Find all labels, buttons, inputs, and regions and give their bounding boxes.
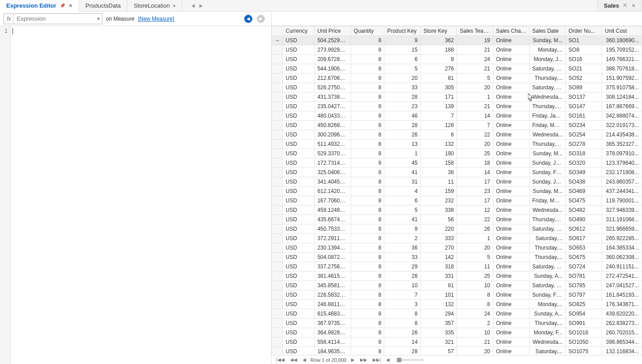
table-row[interactable]: USD235.042736...82313921OnlineThursday, … <box>272 102 642 111</box>
column-header[interactable]: Unit Cost <box>602 26 642 36</box>
cell-sales_date[interactable]: Saturday, F... <box>529 262 566 272</box>
cell-sales_date[interactable]: Thursday,... <box>529 74 566 83</box>
table-row[interactable]: USD558.411482...81432121OnlineWednesda..… <box>272 338 642 347</box>
cell-sales_team[interactable]: 2 <box>457 319 493 328</box>
cell-product_key[interactable]: 6 <box>384 196 421 206</box>
nav-prev-icon[interactable]: ◀ <box>302 357 307 362</box>
cell-product_key[interactable]: 13 <box>384 140 421 149</box>
cell-unit_price[interactable]: 345.858138... <box>314 281 351 290</box>
cell-sales_team[interactable]: 21 <box>457 45 493 55</box>
cell-quantity[interactable]: 8 <box>351 290 384 300</box>
cell-unit_cost[interactable]: 439.620220... <box>602 309 642 319</box>
cell-unit_price[interactable]: 300.209613... <box>314 130 351 140</box>
cell-unit_cost[interactable]: 195.709152... <box>602 45 642 55</box>
cell-order_no[interactable]: SO1016 <box>566 328 602 338</box>
cell-order_no[interactable]: SO349 <box>566 168 602 177</box>
row-marker[interactable] <box>272 74 283 83</box>
table-row[interactable]: USD325.040672...8413614OnlineSunday, Fe.… <box>272 168 642 177</box>
cell-sales_team[interactable]: 24 <box>457 309 493 319</box>
cell-product_key[interactable]: 36 <box>384 243 421 253</box>
table-row[interactable]: USD526.275062...83330520OnlineSaturday, … <box>272 83 642 92</box>
cell-quantity[interactable]: 8 <box>351 262 384 272</box>
cell-store_key[interactable]: 220 <box>421 224 457 234</box>
cell-product_key[interactable]: 9 <box>384 36 421 45</box>
cell-quantity[interactable]: 8 <box>351 158 384 168</box>
cell-unit_cost[interactable]: 214.435438... <box>602 130 642 140</box>
cell-unit_cost[interactable]: 360.062308... <box>602 253 642 262</box>
cell-store_key[interactable]: 171 <box>421 92 457 102</box>
cell-unit_cost[interactable]: 327.946339... <box>602 206 642 215</box>
column-header[interactable]: Sales Date <box>529 26 566 36</box>
cell-sales_date[interactable]: Saturday, F... <box>529 224 566 234</box>
row-marker[interactable] <box>272 347 283 355</box>
cell-product_key[interactable]: 33 <box>384 83 421 92</box>
cell-sales_date[interactable]: Thursday, J... <box>529 140 566 149</box>
cell-sales_date[interactable]: Saturday, F... <box>529 64 566 74</box>
cell-unit_price[interactable]: 544.190665... <box>314 64 351 74</box>
cell-sales_chan[interactable]: Online <box>493 168 529 177</box>
cell-currency[interactable]: USD <box>283 140 315 149</box>
cell-order_no[interactable]: SO612 <box>566 224 602 234</box>
cell-quantity[interactable]: 8 <box>351 168 384 177</box>
row-marker[interactable] <box>272 92 283 102</box>
cell-order_no[interactable]: SO1 <box>566 36 602 45</box>
cell-unit_cost[interactable]: 119.790001... <box>602 196 642 206</box>
nav-last-icon[interactable]: ▶▶| <box>372 357 382 362</box>
cell-unit_price[interactable]: 367.973582... <box>314 319 351 328</box>
row-marker[interactable] <box>272 121 283 130</box>
cell-sales_date[interactable]: Friday, Mar... <box>529 121 566 130</box>
column-header[interactable]: Currency <box>283 26 315 36</box>
cell-order_no[interactable]: SO320 <box>566 158 602 168</box>
cell-order_no[interactable]: SO318 <box>566 149 602 158</box>
cell-store_key[interactable]: 36 <box>421 168 457 177</box>
cell-unit_cost[interactable]: 378.097910... <box>602 149 642 158</box>
cell-unit_cost[interactable]: 265.922285... <box>602 234 642 243</box>
cell-order_no[interactable]: SO16 <box>566 55 602 64</box>
cell-unit_price[interactable]: 172.731496... <box>314 158 351 168</box>
cell-sales_chan[interactable]: Online <box>493 290 529 300</box>
cell-product_key[interactable]: 29 <box>384 262 421 272</box>
zoom-slider[interactable] <box>397 359 424 361</box>
cell-store_key[interactable]: 56 <box>421 215 457 224</box>
cell-sales_date[interactable]: Wednesda... <box>529 206 566 215</box>
table-row[interactable]: USD367.973582...883572OnlineThursday,...… <box>272 319 642 328</box>
cell-order_no[interactable]: SO469 <box>566 187 602 196</box>
cell-store_key[interactable]: 9 <box>421 55 457 64</box>
cell-sales_chan[interactable]: Online <box>493 224 529 234</box>
cell-store_key[interactable]: 333 <box>421 234 457 243</box>
expression-input[interactable] <box>14 15 95 22</box>
cell-currency[interactable]: USD <box>283 272 315 281</box>
cell-quantity[interactable]: 8 <box>351 64 384 74</box>
cell-currency[interactable]: USD <box>283 338 315 347</box>
table-row[interactable]: USD167.706002...8623217OnlineFriday, Mar… <box>272 196 642 206</box>
cell-store_key[interactable]: 357 <box>421 319 457 328</box>
cell-product_key[interactable]: 1 <box>384 149 421 158</box>
cell-sales_team[interactable]: 25 <box>457 272 493 281</box>
cell-sales_date[interactable]: Sunday, Fe... <box>529 290 566 300</box>
cell-currency[interactable]: USD <box>283 55 315 64</box>
row-marker[interactable] <box>272 130 283 140</box>
cell-sales_chan[interactable]: Online <box>493 140 529 149</box>
cell-quantity[interactable]: 8 <box>351 130 384 140</box>
cell-product_key[interactable]: 8 <box>384 319 421 328</box>
cell-store_key[interactable]: 362 <box>421 36 457 45</box>
cell-currency[interactable]: USD <box>283 36 315 45</box>
row-marker[interactable] <box>272 206 283 215</box>
table-row[interactable]: USD300.209613...826622OnlineWednesda...S… <box>272 130 642 140</box>
table-row[interactable]: USD246.881139...831328OnlineMonday,...SO… <box>272 300 642 309</box>
cell-unit_cost[interactable]: 161.845193... <box>602 290 642 300</box>
cell-unit_price[interactable]: 504.252966... <box>314 36 351 45</box>
cell-order_no[interactable]: SO785 <box>566 281 602 290</box>
row-marker[interactable] <box>272 102 283 111</box>
row-marker[interactable] <box>272 243 283 253</box>
cell-store_key[interactable]: 305 <box>421 83 457 92</box>
cell-unit_cost[interactable]: 247.041527... <box>602 281 642 290</box>
table-row[interactable]: USD612.142077...8415923OnlineSunday, M..… <box>272 187 642 196</box>
cell-sales_date[interactable]: Wednesda... <box>529 92 566 102</box>
cell-store_key[interactable]: 57 <box>421 347 457 355</box>
cell-unit_price[interactable]: 450.753323... <box>314 224 351 234</box>
nav-next-icon[interactable]: ▶ <box>199 3 203 8</box>
table-row[interactable]: USD544.190665...8527621OnlineSaturday, F… <box>272 64 642 74</box>
row-marker[interactable] <box>272 196 283 206</box>
cell-sales_chan[interactable]: Online <box>493 253 529 262</box>
